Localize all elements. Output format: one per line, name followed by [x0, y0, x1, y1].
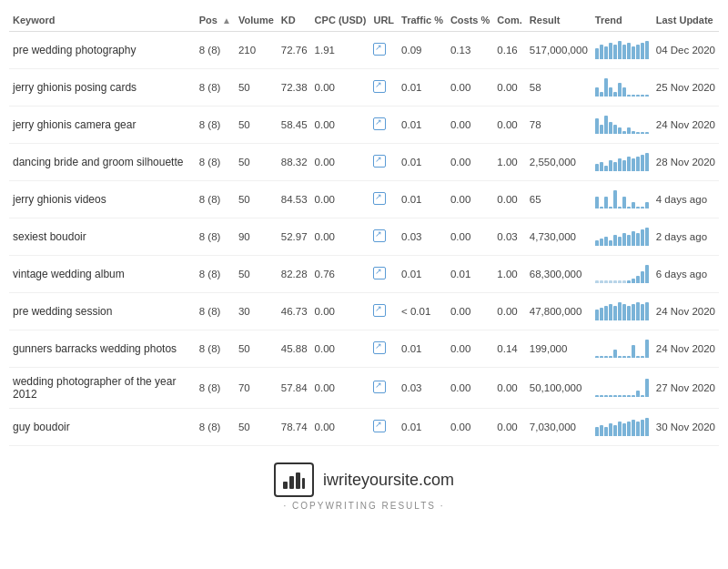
cell-url[interactable] [369, 69, 398, 107]
cell-traffic: 0.01 [398, 330, 447, 368]
col-keyword: Keyword [9, 9, 196, 32]
table-row: jerry ghionis videos 8 (8) 50 84.53 0.00… [9, 181, 719, 218]
cell-lastupdate: 30 Nov 2020 [652, 409, 719, 446]
cell-url[interactable] [369, 368, 398, 409]
trend-bar [645, 302, 649, 320]
cell-kd: 82.28 [278, 256, 311, 293]
trend-bar [600, 92, 603, 97]
cell-com: 0.00 [493, 181, 526, 218]
trend-bar [595, 356, 599, 358]
trend-bar [595, 310, 599, 320]
trend-bar [641, 229, 644, 246]
cell-url[interactable] [369, 256, 398, 293]
trend-bar [632, 279, 635, 283]
trend-bar [618, 302, 622, 320]
col-lastupdate: Last Update [652, 9, 719, 32]
table-row: jerry ghionis posing cards 8 (8) 50 72.3… [9, 69, 719, 107]
cell-result: 65 [526, 181, 592, 218]
cell-com: 1.00 [493, 144, 526, 181]
cell-cpc: 0.76 [311, 256, 370, 293]
cell-pos: 8 (8) [196, 293, 235, 330]
trend-bar [609, 240, 612, 246]
trend-bar [627, 207, 631, 208]
sort-arrow-pos: ▲ [222, 15, 231, 25]
cell-costs: 0.00 [447, 218, 493, 256]
url-link-icon[interactable] [373, 341, 386, 354]
trend-bar [600, 395, 603, 397]
cell-trend [592, 293, 652, 330]
trend-bar [595, 240, 599, 246]
url-link-icon[interactable] [373, 420, 386, 432]
cell-kd: 78.74 [278, 409, 311, 446]
cell-com: 1.00 [493, 256, 526, 293]
url-link-icon[interactable] [373, 381, 386, 393]
trend-bar [622, 45, 626, 59]
trend-bar [595, 197, 599, 208]
cell-traffic: 0.01 [398, 107, 447, 144]
trend-bar [600, 308, 603, 320]
cell-url[interactable] [369, 330, 398, 368]
cell-trend [592, 69, 652, 107]
url-link-icon[interactable] [373, 155, 386, 168]
cell-com: 0.00 [493, 69, 526, 107]
cell-keyword: pre wedding photography [9, 32, 196, 69]
trend-bar [613, 306, 617, 320]
cell-lastupdate: 28 Nov 2020 [652, 144, 719, 181]
cell-url[interactable] [369, 144, 398, 181]
col-volume: Volume [235, 9, 278, 32]
cell-cpc: 0.00 [311, 218, 370, 256]
trend-bar [604, 46, 608, 59]
cell-kd: 57.84 [278, 368, 311, 409]
cell-url[interactable] [369, 218, 398, 256]
cell-url[interactable] [369, 107, 398, 144]
svg-rect-0 [283, 482, 288, 489]
cell-url[interactable] [369, 32, 398, 69]
trend-bar [632, 131, 635, 134]
cell-com: 0.00 [493, 293, 526, 330]
trend-bar [618, 280, 622, 283]
trend-chart [595, 338, 649, 358]
trend-bar [595, 118, 599, 134]
trend-bar [600, 425, 603, 436]
trend-chart [595, 300, 649, 320]
trend-bar [595, 87, 599, 97]
cell-result: 517,000,000 [526, 32, 592, 69]
trend-bar [613, 125, 617, 134]
svg-rect-1 [289, 476, 294, 489]
cell-pos: 8 (8) [196, 330, 235, 368]
col-pos[interactable]: Pos ▲ [196, 9, 235, 32]
cell-url[interactable] [369, 293, 398, 330]
cell-url[interactable] [369, 409, 398, 446]
cell-kd: 84.53 [278, 181, 311, 218]
trend-bar [613, 190, 617, 208]
trend-bar [613, 235, 617, 246]
cell-traffic: 0.01 [398, 256, 447, 293]
trend-bar [627, 280, 631, 283]
cell-volume: 50 [235, 256, 278, 293]
cell-keyword: vintage wedding album [9, 256, 196, 293]
trend-bar [641, 420, 644, 436]
cell-pos: 8 (8) [196, 32, 235, 69]
trend-bar [609, 87, 612, 97]
url-link-icon[interactable] [373, 80, 386, 93]
cell-volume: 50 [235, 330, 278, 368]
url-link-icon[interactable] [373, 117, 386, 130]
url-link-icon[interactable] [373, 192, 386, 205]
cell-keyword: pre wedding session [9, 293, 196, 330]
trend-chart [595, 151, 649, 171]
url-link-icon[interactable] [373, 304, 386, 317]
footer: iwriteyoursite.com · COPYWRITING RESULTS… [0, 446, 728, 520]
trend-bar [632, 304, 635, 320]
trend-bar [618, 207, 622, 208]
trend-chart [595, 114, 649, 134]
cell-url[interactable] [369, 181, 398, 218]
cell-kd: 46.73 [278, 293, 311, 330]
cell-costs: 0.00 [447, 107, 493, 144]
cell-keyword: wedding photographer of the year 2012 [9, 368, 196, 409]
url-link-icon[interactable] [373, 267, 386, 279]
cell-keyword: jerry ghionis camera gear [9, 107, 196, 144]
cell-keyword: gunners barracks wedding photos [9, 330, 196, 368]
url-link-icon[interactable] [373, 43, 386, 56]
trend-bar [595, 48, 599, 59]
url-link-icon[interactable] [373, 229, 386, 242]
